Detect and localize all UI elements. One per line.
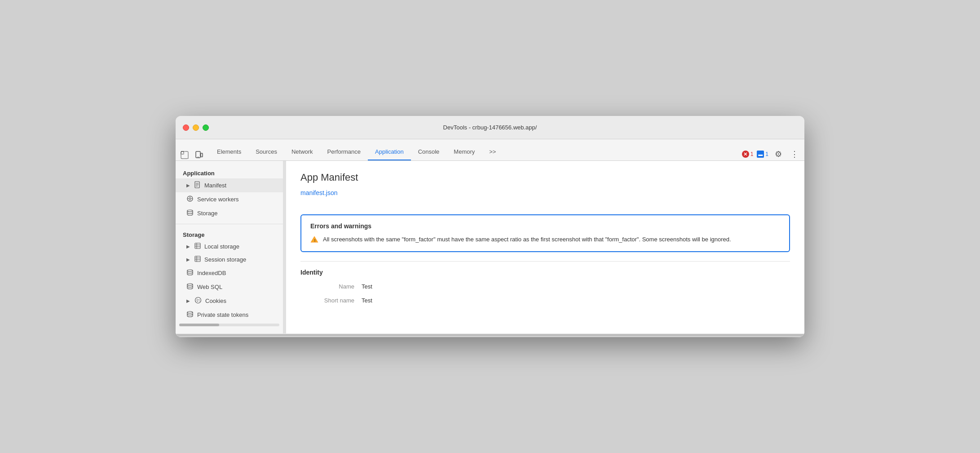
message-badge[interactable]: ▬ 1 bbox=[757, 151, 768, 158]
section-divider bbox=[300, 261, 790, 262]
error-message: All screenshots with the same "form_fact… bbox=[323, 235, 731, 244]
storage-icon bbox=[186, 209, 194, 218]
sidebar-item-manifest[interactable]: ▶ Manifest bbox=[176, 178, 283, 192]
sidebar-item-session-storage[interactable]: ▶ Session storage bbox=[176, 253, 283, 266]
sidebar-item-cookies[interactable]: ▶ Cookies bbox=[176, 294, 283, 308]
svg-point-27 bbox=[197, 299, 198, 300]
svg-point-25 bbox=[187, 284, 193, 285]
devtools-icons bbox=[179, 150, 204, 160]
svg-text:!: ! bbox=[314, 238, 316, 243]
local-storage-arrow: ▶ bbox=[186, 244, 190, 249]
sidebar-section-storage: Storage bbox=[176, 228, 283, 240]
identity-value-short-name: Test bbox=[362, 297, 372, 304]
tab-application[interactable]: Application bbox=[368, 143, 411, 160]
private-state-tokens-icon bbox=[186, 311, 194, 319]
window-title: DevTools - crbug-1476656.web.app/ bbox=[443, 124, 537, 131]
errors-warnings-box: Errors and warnings ! All screenshots wi… bbox=[300, 214, 790, 252]
error-badge[interactable]: ✕ 1 bbox=[742, 151, 754, 158]
settings-button[interactable]: ⚙ bbox=[772, 148, 785, 160]
manifest-link[interactable]: manifest.json bbox=[300, 189, 337, 196]
session-storage-icon bbox=[194, 256, 201, 263]
identity-section-title: Identity bbox=[300, 269, 790, 276]
sidebar-item-indexeddb[interactable]: IndexedDB bbox=[176, 266, 283, 280]
local-storage-label: Local storage bbox=[204, 243, 239, 250]
manifest-label: Manifest bbox=[204, 182, 226, 189]
svg-rect-1 bbox=[181, 151, 188, 159]
error-icon: ✕ bbox=[742, 151, 749, 158]
errors-section-title: Errors and warnings bbox=[310, 222, 780, 230]
service-workers-icon bbox=[186, 195, 194, 204]
svg-point-26 bbox=[195, 298, 201, 303]
identity-label-name: Name bbox=[300, 283, 354, 290]
sidebar-divider-1 bbox=[176, 224, 283, 224]
service-workers-label: Service workers bbox=[197, 196, 238, 203]
title-bar: DevTools - crbug-1476656.web.app/ bbox=[176, 116, 804, 139]
svg-rect-3 bbox=[201, 153, 203, 157]
message-icon: ▬ bbox=[757, 151, 764, 158]
svg-point-15 bbox=[187, 210, 193, 212]
svg-point-28 bbox=[199, 299, 199, 300]
minimize-button[interactable] bbox=[193, 124, 199, 131]
main-content: Application ▶ Manifest bbox=[176, 161, 804, 333]
indexeddb-icon bbox=[186, 269, 194, 277]
identity-value-name: Test bbox=[362, 283, 372, 290]
svg-rect-16 bbox=[195, 243, 200, 249]
message-count: 1 bbox=[765, 151, 768, 157]
storage-label: Storage bbox=[197, 210, 218, 217]
svg-point-10 bbox=[189, 198, 191, 200]
tab-elements[interactable]: Elements bbox=[210, 143, 248, 160]
sidebar-section-application: Application bbox=[176, 166, 283, 178]
right-panel: App Manifest manifest.json Errors and wa… bbox=[286, 161, 804, 333]
private-state-tokens-label: Private state tokens bbox=[197, 311, 248, 318]
svg-point-32 bbox=[187, 311, 193, 313]
sidebar-scrollbar[interactable] bbox=[179, 324, 279, 326]
cookies-icon bbox=[194, 297, 202, 305]
device-icon[interactable] bbox=[194, 150, 204, 160]
sidebar-item-service-workers[interactable]: Service workers bbox=[176, 192, 283, 206]
cookies-arrow: ▶ bbox=[186, 298, 190, 303]
more-button[interactable]: ⋮ bbox=[788, 148, 801, 160]
devtools-window: DevTools - crbug-1476656.web.app/ Elemen… bbox=[176, 116, 804, 337]
session-storage-label: Session storage bbox=[204, 256, 246, 263]
sidebar-scrollbar-thumb bbox=[179, 324, 219, 326]
svg-point-24 bbox=[187, 270, 193, 271]
inspector-icon[interactable] bbox=[179, 150, 190, 160]
panel-title: App Manifest bbox=[300, 172, 790, 183]
error-count: 1 bbox=[750, 151, 754, 157]
web-sql-icon bbox=[186, 283, 194, 291]
tabs-list: Elements Sources Network Performance App… bbox=[210, 139, 742, 160]
local-storage-icon bbox=[194, 243, 201, 250]
identity-row-short-name: Short name Test bbox=[300, 297, 790, 304]
indexeddb-label: IndexedDB bbox=[197, 270, 226, 276]
identity-row-name: Name Test bbox=[300, 283, 790, 290]
sidebar-item-storage[interactable]: Storage bbox=[176, 206, 283, 220]
cookies-label: Cookies bbox=[205, 298, 226, 304]
tab-performance[interactable]: Performance bbox=[320, 143, 368, 160]
bottom-scrollbar-thumb bbox=[176, 334, 804, 337]
sidebar-item-private-state-tokens[interactable]: Private state tokens bbox=[176, 308, 283, 322]
svg-point-31 bbox=[199, 301, 199, 301]
identity-label-short-name: Short name bbox=[300, 297, 354, 304]
session-storage-arrow: ▶ bbox=[186, 257, 190, 262]
tab-console[interactable]: Console bbox=[411, 143, 447, 160]
manifest-arrow: ▶ bbox=[186, 183, 190, 188]
svg-point-30 bbox=[196, 300, 197, 301]
manifest-icon bbox=[194, 181, 201, 190]
tab-network[interactable]: Network bbox=[284, 143, 320, 160]
tab-sources[interactable]: Sources bbox=[248, 143, 284, 160]
svg-point-29 bbox=[197, 301, 198, 302]
web-sql-label: Web SQL bbox=[197, 284, 222, 290]
warning-triangle-icon: ! bbox=[310, 235, 318, 244]
traffic-lights bbox=[183, 124, 209, 131]
sidebar-item-local-storage[interactable]: ▶ Local storage bbox=[176, 240, 283, 253]
tab-memory[interactable]: Memory bbox=[446, 143, 482, 160]
svg-rect-20 bbox=[195, 256, 200, 262]
tab-more[interactable]: >> bbox=[482, 143, 503, 160]
tab-bar-right: ✕ 1 ▬ 1 ⚙ ⋮ bbox=[742, 148, 801, 160]
bottom-scrollbar[interactable] bbox=[176, 333, 804, 337]
close-button[interactable] bbox=[183, 124, 189, 131]
sidebar: Application ▶ Manifest bbox=[176, 161, 283, 333]
sidebar-item-web-sql[interactable]: Web SQL bbox=[176, 280, 283, 294]
maximize-button[interactable] bbox=[203, 124, 209, 131]
svg-point-4 bbox=[198, 157, 199, 158]
